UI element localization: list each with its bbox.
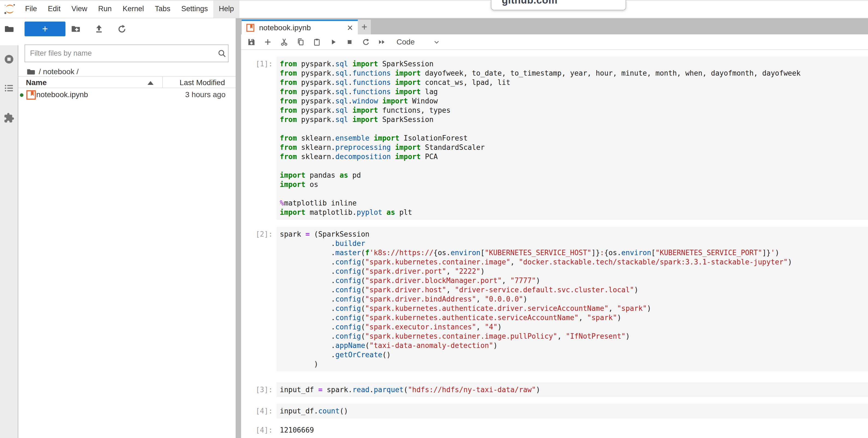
refresh-button[interactable] <box>115 22 129 36</box>
jupyterlab-window: File Edit View Run Kernel Tabs Settings … <box>0 0 868 438</box>
cell-prompt: [4]: <box>241 423 277 435</box>
paste-cells-button[interactable] <box>309 35 325 49</box>
notebook-file-icon <box>26 90 36 101</box>
home-folder-icon <box>26 67 35 77</box>
copy-cells-button[interactable] <box>292 35 309 49</box>
code-editor[interactable]: input_df.count() <box>277 404 868 418</box>
breadcrumb-path: / notebook / <box>39 67 79 76</box>
column-divider <box>162 77 163 88</box>
cell-type-dropdown[interactable]: Code <box>397 38 415 47</box>
new-tab-button[interactable]: + <box>358 20 371 34</box>
code-editor[interactable]: input_df = spark.read.parquet("hdfs://hd… <box>277 382 868 397</box>
popup-text: github.com <box>502 0 557 6</box>
close-icon[interactable]: × <box>347 23 353 33</box>
filter-files-input[interactable] <box>25 45 228 62</box>
menu-kernel[interactable]: Kernel <box>117 0 149 18</box>
notebook-toolbar: Code <box>241 34 868 50</box>
code-cell: [1]:from pyspark.sql import SparkSession… <box>241 57 868 220</box>
new-launcher-button[interactable]: + <box>25 22 65 36</box>
upload-button[interactable] <box>92 22 106 36</box>
file-row-notebook[interactable]: notebook.ipynb 3 hours ago <box>18 89 236 101</box>
file-modified: 3 hours ago <box>185 90 225 99</box>
notebook-cells: [1]:from pyspark.sql import SparkSession… <box>241 50 868 438</box>
breadcrumb[interactable]: / notebook / <box>26 66 79 78</box>
tab-notebook[interactable]: notebook.ipynb × <box>242 20 358 34</box>
running-kernel-indicator <box>20 93 24 97</box>
screen-top-edge <box>0 0 868 1</box>
menu-run[interactable]: Run <box>93 0 117 18</box>
plus-icon: + <box>361 21 367 33</box>
file-name: notebook.ipynb <box>36 90 88 99</box>
running-kernels-icon[interactable] <box>0 54 18 65</box>
run-all-cells-button[interactable] <box>374 35 391 49</box>
column-header-name[interactable]: Name <box>26 78 46 87</box>
column-header-last-modified[interactable]: Last Modified <box>180 78 225 87</box>
tab-bar: notebook.ipynb × + <box>241 18 868 34</box>
tab-title: notebook.ipynb <box>259 24 347 32</box>
chevron-down-icon[interactable] <box>433 38 440 46</box>
code-editor[interactable]: from pyspark.sql import SparkSessionfrom… <box>277 57 868 220</box>
cell-prompt: [2]: <box>241 227 277 239</box>
cell-prompt: [4]: <box>241 404 277 416</box>
github-popup: github.com <box>491 0 626 10</box>
jupyter-logo-icon <box>0 0 20 18</box>
add-cell-button[interactable] <box>259 35 276 49</box>
activity-bar <box>0 18 18 438</box>
table-of-contents-icon[interactable] <box>0 83 18 93</box>
search-icon <box>217 48 227 60</box>
cell-prompt: [1]: <box>241 57 277 68</box>
menu-settings[interactable]: Settings <box>176 0 214 18</box>
sort-ascending-icon <box>148 81 154 85</box>
file-browser-folder-icon[interactable] <box>0 24 18 34</box>
output-area: 12106669 <box>277 423 868 437</box>
save-button[interactable] <box>243 35 259 49</box>
menu-tabs[interactable]: Tabs <box>149 0 176 18</box>
run-cell-button[interactable] <box>325 35 341 49</box>
code-cell: [3]:input_df = spark.read.parquet("hdfs:… <box>241 382 868 397</box>
code-cell: [4]:input_df.count() <box>241 404 868 418</box>
panel-resize-handle[interactable] <box>236 18 241 438</box>
file-list-header: Name Last Modified <box>18 76 236 88</box>
menu-bar: File Edit View Run Kernel Tabs Settings … <box>0 0 868 18</box>
code-editor[interactable]: spark = (SparkSession .builder .master(f… <box>277 227 868 372</box>
code-cell: [2]:spark = (SparkSession .builder .mast… <box>241 227 868 372</box>
menu-edit[interactable]: Edit <box>42 0 66 18</box>
new-folder-button[interactable] <box>68 22 83 36</box>
notebook-tab-icon <box>246 24 255 32</box>
main-area: notebook.ipynb × + <box>241 18 868 438</box>
cut-cells-button[interactable] <box>276 35 292 49</box>
menu-file[interactable]: File <box>20 0 42 18</box>
extension-manager-icon[interactable] <box>0 112 18 123</box>
restart-kernel-button[interactable] <box>358 35 374 49</box>
menu-help[interactable]: Help <box>213 0 240 18</box>
file-browser-panel: + / notebook / Name La <box>18 18 236 438</box>
plus-icon: + <box>42 23 48 35</box>
output-cell: [4]:12106669 <box>241 423 868 437</box>
activity-bar-background <box>0 45 18 438</box>
interrupt-kernel-button[interactable] <box>341 35 358 49</box>
menu-view[interactable]: View <box>66 0 93 18</box>
cell-prompt: [3]: <box>241 382 277 395</box>
